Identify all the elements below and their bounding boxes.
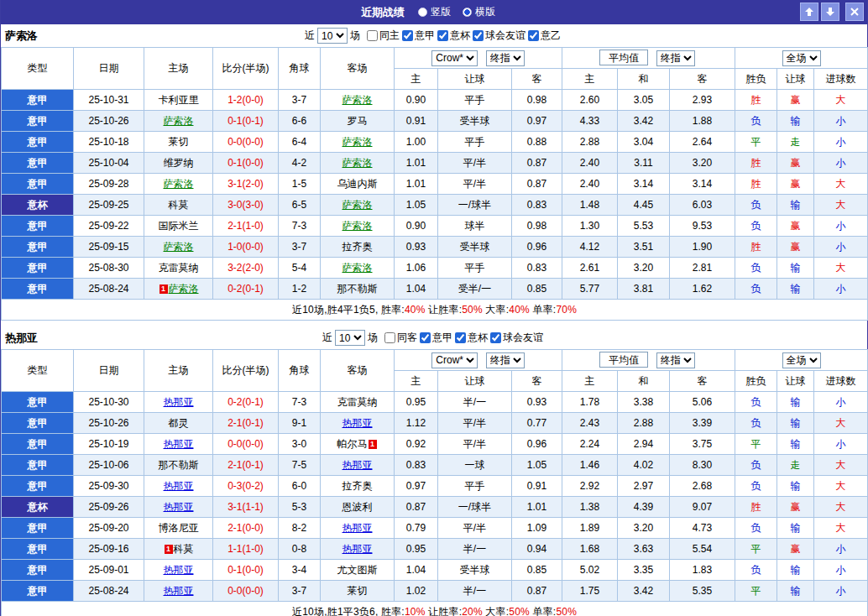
close-button[interactable] — [845, 3, 864, 21]
team-cell[interactable]: 那不勒斯 — [144, 455, 213, 476]
team-cell[interactable]: 恩波利 — [321, 497, 395, 518]
team-cell[interactable]: 萨索洛 — [321, 216, 395, 237]
filter-checkbox[interactable]: 意杯 — [455, 331, 488, 345]
scroll-down-button[interactable] — [821, 3, 839, 21]
team-link[interactable]: 那不勒斯 — [337, 283, 378, 295]
scope-select[interactable]: 全场 — [782, 352, 821, 368]
team-cell[interactable]: 萨索洛 — [144, 237, 213, 258]
team-cell[interactable]: 热那亚 — [144, 497, 213, 518]
team-link[interactable]: 热那亚 — [164, 501, 194, 513]
team-cell[interactable]: 卡利亚里 — [144, 90, 213, 111]
team-link[interactable]: 萨索洛 — [342, 94, 373, 106]
team-cell[interactable]: 维罗纳 — [144, 153, 213, 174]
team-link[interactable]: 卡利亚里 — [159, 94, 199, 106]
scroll-up-button[interactable] — [800, 3, 818, 21]
score-cell[interactable]: 3-2(2-0) — [213, 258, 279, 279]
team-link[interactable]: 萨索洛 — [342, 262, 373, 274]
team-cell[interactable]: 1萨索洛 — [144, 279, 213, 300]
team-cell[interactable]: 乌迪内斯 — [321, 174, 395, 195]
team-cell[interactable]: 克雷莫纳 — [321, 392, 395, 413]
team-link[interactable]: 莱切 — [169, 136, 189, 148]
team-cell[interactable]: 热那亚 — [144, 392, 213, 413]
match-count-select[interactable]: 10 — [317, 28, 348, 44]
team-link[interactable]: 热那亚 — [164, 480, 194, 492]
filter-checkbox[interactable]: 意甲 — [402, 29, 435, 43]
team-link[interactable]: 帕尔马 — [337, 438, 368, 450]
team-link[interactable]: 热那亚 — [342, 459, 373, 471]
team-link[interactable]: 乌迪内斯 — [337, 178, 378, 190]
team-link[interactable]: 恩波利 — [342, 501, 373, 513]
team-link[interactable]: 国际米兰 — [159, 220, 199, 232]
team-link[interactable]: 维罗纳 — [164, 157, 194, 169]
team-link[interactable]: 热那亚 — [164, 396, 194, 408]
team-cell[interactable]: 拉齐奥 — [321, 476, 395, 497]
score-cell[interactable]: 0-3(0-2) — [213, 476, 279, 497]
scope-select[interactable]: 全场 — [782, 50, 821, 66]
team-link[interactable]: 那不勒斯 — [159, 459, 199, 471]
score-cell[interactable]: 0-1(0-1) — [213, 111, 279, 132]
score-cell[interactable]: 3-1(1-1) — [213, 497, 279, 518]
filter-checkbox[interactable]: 意乙 — [528, 29, 561, 43]
average-label-box[interactable]: 平均值 — [599, 352, 648, 368]
team-link[interactable]: 拉齐奥 — [342, 480, 373, 492]
score-cell[interactable]: 2-1(0-0) — [213, 518, 279, 539]
team-link[interactable]: 拉齐奥 — [342, 241, 373, 253]
team-cell[interactable]: 博洛尼亚 — [144, 518, 213, 539]
team-link[interactable]: 克雷莫纳 — [337, 396, 378, 408]
team-cell[interactable]: 国际米兰 — [144, 216, 213, 237]
checkbox-input[interactable] — [402, 30, 413, 41]
team-link[interactable]: 博洛尼亚 — [159, 522, 199, 534]
team-cell[interactable]: 热那亚 — [321, 539, 395, 560]
team-link[interactable]: 尤文图斯 — [337, 564, 378, 576]
avg-final-select[interactable]: 终指 — [656, 352, 695, 368]
team-cell[interactable]: 热那亚 — [321, 455, 395, 476]
team-link[interactable]: 热那亚 — [164, 585, 194, 597]
score-cell[interactable]: 0-0(0-0) — [213, 434, 279, 455]
score-cell[interactable]: 0-0(0-0) — [213, 581, 279, 602]
checkbox-input[interactable] — [528, 30, 539, 41]
score-cell[interactable]: 0-1(0-0) — [213, 153, 279, 174]
score-cell[interactable]: 2-1(1-0) — [213, 216, 279, 237]
team-cell[interactable]: 帕尔马1 — [321, 434, 395, 455]
checkbox-input[interactable] — [384, 332, 395, 343]
score-cell[interactable]: 1-1(1-0) — [213, 539, 279, 560]
checkbox-input[interactable] — [420, 332, 431, 343]
odds-company-select[interactable]: Crow* — [431, 50, 478, 66]
team-link[interactable]: 热那亚 — [342, 522, 373, 534]
layout-radio-horizontal[interactable]: 横版 — [463, 5, 495, 19]
score-cell[interactable]: 1-0(0-0) — [213, 237, 279, 258]
avg-final-select[interactable]: 终指 — [656, 50, 695, 66]
team-link[interactable]: 都灵 — [169, 417, 189, 429]
team-link[interactable]: 萨索洛 — [342, 199, 373, 211]
team-link[interactable]: 罗马 — [348, 115, 368, 127]
score-cell[interactable]: 3-1(2-0) — [213, 174, 279, 195]
score-cell[interactable]: 3-0(3-0) — [213, 195, 279, 216]
team-cell[interactable]: 1科莫 — [144, 539, 213, 560]
score-cell[interactable]: 0-1(0-0) — [213, 560, 279, 581]
team-cell[interactable]: 尤文图斯 — [321, 560, 395, 581]
team-cell[interactable]: 萨索洛 — [144, 174, 213, 195]
team-link[interactable]: 萨索洛 — [342, 220, 373, 232]
team-link[interactable]: 莱切 — [348, 585, 368, 597]
score-cell[interactable]: 0-2(0-1) — [213, 392, 279, 413]
team-link[interactable]: 克雷莫纳 — [159, 262, 199, 274]
team-link[interactable]: 萨索洛 — [342, 157, 373, 169]
team-cell[interactable]: 热那亚 — [144, 476, 213, 497]
team-cell[interactable]: 莱切 — [321, 581, 395, 602]
checkbox-input[interactable] — [490, 332, 501, 343]
team-cell[interactable]: 罗马 — [321, 111, 395, 132]
odds-company-select[interactable]: Crow* — [431, 352, 478, 368]
team-cell[interactable]: 萨索洛 — [144, 111, 213, 132]
checkbox-input[interactable] — [367, 30, 378, 41]
filter-checkbox[interactable]: 意甲 — [420, 331, 452, 345]
match-count-select[interactable]: 10 — [335, 330, 365, 346]
score-cell[interactable]: 2-1(0-1) — [213, 413, 279, 434]
odds-final-select[interactable]: 终指 — [486, 50, 525, 66]
checkbox-input[interactable] — [437, 30, 448, 41]
team-cell[interactable]: 热那亚 — [321, 413, 395, 434]
team-cell[interactable]: 热那亚 — [144, 560, 213, 581]
team-link[interactable]: 热那亚 — [164, 438, 194, 450]
team-link[interactable]: 热那亚 — [342, 417, 373, 429]
team-cell[interactable]: 莱切 — [144, 132, 213, 153]
score-cell[interactable]: 2-1(0-1) — [213, 455, 279, 476]
